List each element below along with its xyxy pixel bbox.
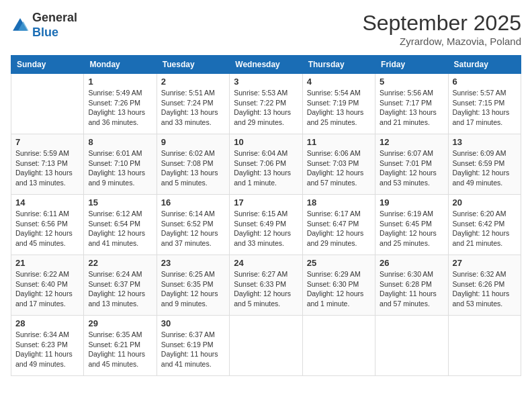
day-info: Sunrise: 6:09 AMSunset: 6:59 PMDaylight:… — [453, 148, 517, 188]
calendar-cell: 23Sunrise: 6:25 AMSunset: 6:35 PMDayligh… — [157, 255, 229, 316]
day-number: 29 — [88, 318, 152, 328]
day-info: Sunrise: 6:34 AMSunset: 6:23 PMDaylight:… — [15, 330, 79, 369]
day-number: 23 — [161, 258, 225, 268]
calendar-cell — [448, 316, 521, 376]
calendar-cell: 18Sunrise: 6:17 AMSunset: 6:47 PMDayligh… — [302, 195, 375, 255]
day-info: Sunrise: 6:04 AMSunset: 7:06 PMDaylight:… — [234, 148, 298, 188]
calendar-day-header: Sunday — [11, 56, 84, 74]
day-info: Sunrise: 6:37 AMSunset: 6:19 PMDaylight:… — [161, 330, 225, 369]
day-info: Sunrise: 5:59 AMSunset: 7:13 PMDaylight:… — [15, 148, 79, 188]
day-info: Sunrise: 5:57 AMSunset: 7:15 PMDaylight:… — [453, 88, 517, 128]
month-title: September 2025 — [362, 11, 521, 36]
calendar-cell: 26Sunrise: 6:30 AMSunset: 6:28 PMDayligh… — [375, 255, 448, 316]
day-number: 4 — [307, 77, 371, 87]
calendar-cell: 9Sunrise: 6:02 AMSunset: 7:08 PMDaylight… — [157, 134, 229, 195]
day-info: Sunrise: 6:30 AMSunset: 6:28 PMDaylight:… — [380, 269, 443, 309]
day-info: Sunrise: 6:20 AMSunset: 6:42 PMDaylight:… — [453, 209, 517, 248]
calendar-week-row: 28Sunrise: 6:34 AMSunset: 6:23 PMDayligh… — [11, 316, 521, 376]
day-info: Sunrise: 5:51 AMSunset: 7:24 PMDaylight:… — [161, 88, 225, 128]
day-number: 27 — [453, 258, 517, 268]
day-number: 10 — [234, 137, 298, 147]
calendar-cell — [302, 316, 375, 376]
logo: General Blue — [11, 11, 77, 40]
calendar-cell: 4Sunrise: 5:54 AMSunset: 7:19 PMDaylight… — [302, 74, 375, 134]
day-info: Sunrise: 5:49 AMSunset: 7:26 PMDaylight:… — [88, 88, 152, 128]
logo-text: General Blue — [32, 11, 77, 40]
day-info: Sunrise: 6:27 AMSunset: 6:33 PMDaylight:… — [234, 269, 298, 309]
day-number: 8 — [88, 137, 152, 147]
day-info: Sunrise: 6:07 AMSunset: 7:01 PMDaylight:… — [380, 148, 443, 188]
calendar-day-header: Friday — [375, 56, 448, 74]
calendar-cell: 10Sunrise: 6:04 AMSunset: 7:06 PMDayligh… — [230, 134, 302, 195]
day-info: Sunrise: 5:54 AMSunset: 7:19 PMDaylight:… — [307, 88, 371, 128]
calendar-cell: 17Sunrise: 6:15 AMSunset: 6:49 PMDayligh… — [230, 195, 302, 255]
calendar-cell: 5Sunrise: 5:56 AMSunset: 7:17 PMDaylight… — [375, 74, 448, 134]
calendar-cell: 3Sunrise: 5:53 AMSunset: 7:22 PMDaylight… — [230, 74, 302, 134]
title-block: September 2025 Zyrardow, Mazovia, Poland — [362, 11, 521, 47]
calendar-cell: 25Sunrise: 6:29 AMSunset: 6:30 PMDayligh… — [302, 255, 375, 316]
calendar-cell: 11Sunrise: 6:06 AMSunset: 7:03 PMDayligh… — [302, 134, 375, 195]
day-number: 11 — [307, 137, 371, 147]
calendar-table: SundayMondayTuesdayWednesdayThursdayFrid… — [11, 55, 521, 376]
calendar-day-header: Monday — [84, 56, 157, 74]
day-number: 30 — [161, 318, 225, 328]
day-info: Sunrise: 6:11 AMSunset: 6:56 PMDaylight:… — [15, 209, 79, 248]
location: Zyrardow, Mazovia, Poland — [362, 36, 521, 47]
day-number: 19 — [380, 197, 443, 208]
day-number: 24 — [234, 258, 298, 268]
day-number: 17 — [234, 197, 298, 208]
calendar-cell: 30Sunrise: 6:37 AMSunset: 6:19 PMDayligh… — [157, 316, 229, 376]
calendar-cell: 19Sunrise: 6:19 AMSunset: 6:45 PMDayligh… — [375, 195, 448, 255]
logo-general: General — [32, 11, 77, 24]
calendar-week-row: 1Sunrise: 5:49 AMSunset: 7:26 PMDaylight… — [11, 74, 521, 134]
calendar-week-row: 14Sunrise: 6:11 AMSunset: 6:56 PMDayligh… — [11, 195, 521, 255]
day-info: Sunrise: 5:56 AMSunset: 7:17 PMDaylight:… — [380, 88, 443, 128]
calendar-cell: 28Sunrise: 6:34 AMSunset: 6:23 PMDayligh… — [11, 316, 84, 376]
day-number: 5 — [380, 77, 443, 87]
day-number: 9 — [161, 137, 225, 147]
day-number: 2 — [161, 77, 225, 87]
calendar-header-row: SundayMondayTuesdayWednesdayThursdayFrid… — [11, 56, 521, 74]
calendar-day-header: Tuesday — [157, 56, 229, 74]
day-info: Sunrise: 6:14 AMSunset: 6:52 PMDaylight:… — [161, 209, 225, 248]
logo-blue: Blue — [32, 26, 58, 39]
page-header: General Blue September 2025 Zyrardow, Ma… — [11, 11, 521, 47]
day-info: Sunrise: 6:19 AMSunset: 6:45 PMDaylight:… — [380, 209, 443, 248]
day-number: 28 — [15, 318, 79, 328]
day-number: 6 — [453, 77, 517, 87]
day-info: Sunrise: 6:35 AMSunset: 6:21 PMDaylight:… — [88, 330, 152, 369]
day-info: Sunrise: 6:12 AMSunset: 6:54 PMDaylight:… — [88, 209, 152, 248]
day-number: 13 — [453, 137, 517, 147]
day-number: 16 — [161, 197, 225, 208]
calendar-cell: 8Sunrise: 6:01 AMSunset: 7:10 PMDaylight… — [84, 134, 157, 195]
calendar-cell — [230, 316, 302, 376]
day-info: Sunrise: 5:53 AMSunset: 7:22 PMDaylight:… — [234, 88, 298, 128]
day-info: Sunrise: 6:29 AMSunset: 6:30 PMDaylight:… — [307, 269, 371, 309]
day-number: 1 — [88, 77, 152, 87]
day-number: 14 — [15, 197, 79, 208]
day-info: Sunrise: 6:06 AMSunset: 7:03 PMDaylight:… — [307, 148, 371, 188]
day-info: Sunrise: 6:01 AMSunset: 7:10 PMDaylight:… — [88, 148, 152, 188]
calendar-day-header: Saturday — [448, 56, 521, 74]
day-number: 22 — [88, 258, 152, 268]
calendar-week-row: 7Sunrise: 5:59 AMSunset: 7:13 PMDaylight… — [11, 134, 521, 195]
calendar-cell: 16Sunrise: 6:14 AMSunset: 6:52 PMDayligh… — [157, 195, 229, 255]
calendar-week-row: 21Sunrise: 6:22 AMSunset: 6:40 PMDayligh… — [11, 255, 521, 316]
calendar-cell: 6Sunrise: 5:57 AMSunset: 7:15 PMDaylight… — [448, 74, 521, 134]
calendar-cell: 2Sunrise: 5:51 AMSunset: 7:24 PMDaylight… — [157, 74, 229, 134]
calendar-cell: 20Sunrise: 6:20 AMSunset: 6:42 PMDayligh… — [448, 195, 521, 255]
day-info: Sunrise: 6:15 AMSunset: 6:49 PMDaylight:… — [234, 209, 298, 248]
day-info: Sunrise: 6:22 AMSunset: 6:40 PMDaylight:… — [15, 269, 79, 309]
calendar-cell: 1Sunrise: 5:49 AMSunset: 7:26 PMDaylight… — [84, 74, 157, 134]
day-info: Sunrise: 6:32 AMSunset: 6:26 PMDaylight:… — [453, 269, 517, 309]
day-info: Sunrise: 6:02 AMSunset: 7:08 PMDaylight:… — [161, 148, 225, 188]
day-number: 26 — [380, 258, 443, 268]
calendar-cell: 7Sunrise: 5:59 AMSunset: 7:13 PMDaylight… — [11, 134, 84, 195]
day-number: 3 — [234, 77, 298, 87]
day-info: Sunrise: 6:25 AMSunset: 6:35 PMDaylight:… — [161, 269, 225, 309]
day-info: Sunrise: 6:17 AMSunset: 6:47 PMDaylight:… — [307, 209, 371, 248]
day-number: 18 — [307, 197, 371, 208]
day-info: Sunrise: 6:24 AMSunset: 6:37 PMDaylight:… — [88, 269, 152, 309]
day-number: 12 — [380, 137, 443, 147]
calendar-cell — [11, 74, 84, 134]
